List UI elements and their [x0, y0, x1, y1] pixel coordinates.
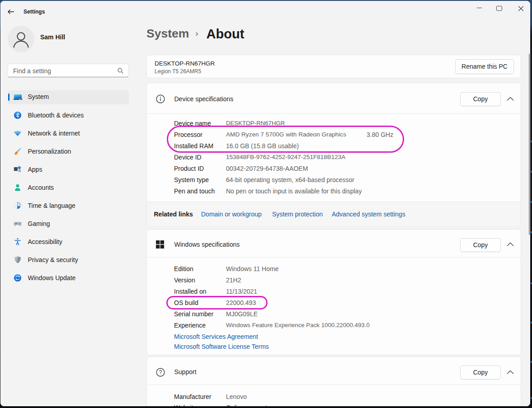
svg-text:?: ?	[159, 369, 162, 375]
